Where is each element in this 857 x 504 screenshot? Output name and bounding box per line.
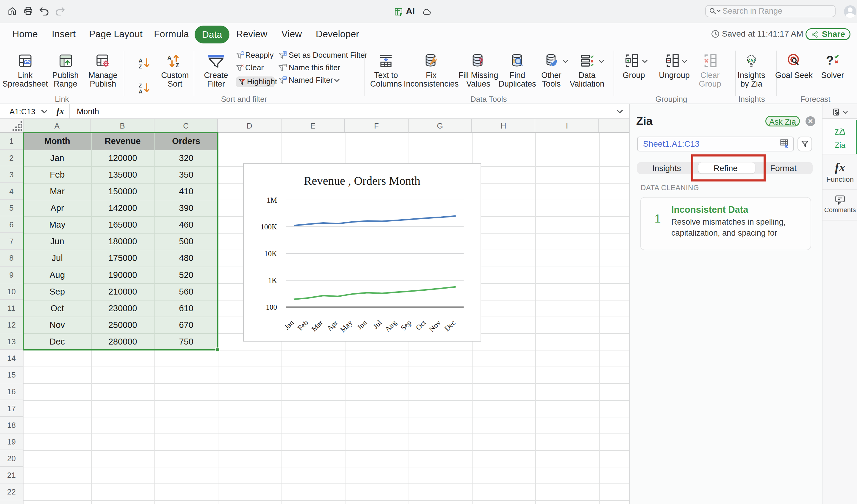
svg-text:Z: Z	[175, 62, 179, 68]
svg-text:100: 100	[266, 303, 278, 311]
svg-text:Z: Z	[139, 64, 142, 69]
svg-text:100K: 100K	[261, 223, 277, 231]
svg-text:10K: 10K	[264, 250, 277, 258]
svg-text:Z: Z	[139, 83, 142, 89]
svg-text:A: A	[139, 58, 142, 64]
svg-text:1K: 1K	[268, 276, 277, 284]
svg-text:?: ?	[478, 56, 483, 67]
svg-text:A: A	[139, 89, 142, 94]
svg-text:abc: abc	[283, 65, 286, 67]
svg-text:?: ?	[826, 53, 834, 67]
svg-text:abc: abc	[283, 77, 286, 79]
svg-text:A: A	[167, 55, 171, 61]
svg-text:Revenue , Orders Month: Revenue , Orders Month	[304, 174, 420, 187]
svg-text:1M: 1M	[267, 196, 277, 204]
svg-text:zia: zia	[747, 57, 755, 63]
